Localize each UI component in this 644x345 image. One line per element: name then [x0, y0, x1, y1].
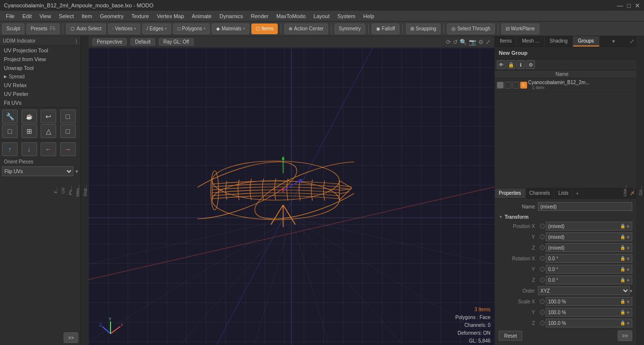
side-tab-2[interactable]: Mes... — [74, 183, 81, 199]
menu-item-help[interactable]: Help — [359, 12, 378, 20]
tool-icon-4[interactable]: □ — [60, 110, 76, 123]
tab-properties[interactable]: Properties — [495, 188, 526, 198]
edges-button[interactable]: / Edges ▾ — [142, 23, 171, 34]
rotation-x-field[interactable]: 0.0 ° 🔒 ◆ — [546, 254, 632, 263]
scale-y-radio[interactable] — [540, 310, 545, 315]
tool-icon-8[interactable]: □ — [60, 124, 76, 138]
anim-rot-z[interactable]: ◆ — [626, 277, 630, 282]
expand-left-icon[interactable]: ⟩ — [75, 38, 77, 44]
tool-icon-5[interactable]: □ — [2, 124, 18, 138]
new-group-btn[interactable]: New Group — [499, 50, 528, 56]
snapping-button[interactable]: ⊞ Snapping — [406, 23, 441, 34]
rotation-z-field[interactable]: 0.0 ° 🔒 ◆ — [546, 276, 632, 284]
position-x-radio[interactable] — [540, 224, 545, 229]
items-button[interactable]: ⬡ Items — [251, 23, 278, 34]
tab-groups[interactable]: Groups — [573, 36, 600, 46]
right-side-tab-2[interactable]: A... — [629, 184, 636, 197]
default-button[interactable]: Default — [131, 38, 155, 46]
add-tab-btn[interactable]: + — [573, 188, 581, 198]
side-tab-4[interactable]: UV — [60, 185, 67, 196]
minimize-icon[interactable]: — — [617, 2, 623, 9]
lock-rot-y[interactable]: 🔒 — [620, 267, 625, 272]
menu-item-geometry[interactable]: Geometry — [96, 12, 127, 20]
tab-shading[interactable]: Shading — [545, 36, 573, 46]
position-z-radio[interactable] — [540, 245, 545, 250]
materials-button[interactable]: ◆ Materials ▾ — [212, 23, 249, 34]
scale-y-field[interactable]: 100.0 % 🔒 ◆ — [546, 308, 632, 317]
scale-x-field[interactable]: 100.0 % 🔒 ◆ — [546, 297, 632, 306]
lock-scale-z[interactable]: 🔒 — [620, 321, 625, 325]
anim-scale-z[interactable]: ◆ — [626, 321, 630, 325]
expand-viewport-icon[interactable]: ⤢ — [486, 39, 490, 46]
action-center-button[interactable]: ⊕ Action Center — [284, 23, 328, 34]
menu-item-animate[interactable]: Animate — [188, 12, 215, 20]
rotation-y-field[interactable]: 0.0 ° 🔒 ◆ — [546, 265, 632, 274]
maximize-icon[interactable]: □ — [627, 2, 631, 9]
gear-icon-btn[interactable]: ⚙ — [526, 60, 535, 69]
anim-icon-z[interactable]: ◆ — [626, 245, 630, 250]
zoom-icon[interactable]: 🔍 — [460, 39, 467, 46]
arrow-up-btn[interactable]: ↑ — [2, 142, 18, 156]
workplane-button[interactable]: ⊟ WorkPlane — [501, 23, 539, 34]
scale-z-radio[interactable] — [540, 321, 545, 325]
falloff-button[interactable]: ◉ Falloff — [372, 23, 400, 34]
rotation-z-radio[interactable] — [540, 277, 545, 282]
arrow-right-btn[interactable]: → — [60, 142, 76, 156]
eye-icon-btn[interactable]: 👁 — [497, 60, 506, 69]
anim-rot-y[interactable]: ◆ — [626, 267, 630, 272]
reset-button[interactable]: Reset — [499, 331, 522, 341]
tool-icon-3[interactable]: ↩ — [41, 110, 56, 123]
anim-icon[interactable]: ◆ — [626, 224, 630, 229]
unwrap-tool[interactable]: Unwrap Tool — [0, 64, 80, 72]
menu-item-item[interactable]: Item — [78, 12, 96, 20]
lock-small-icon-z[interactable]: 🔒 — [620, 245, 625, 250]
menu-item-render[interactable]: Render — [247, 12, 272, 20]
menu-item-select[interactable]: Select — [55, 12, 78, 20]
info-icon-btn[interactable]: ℹ — [516, 60, 525, 69]
position-z-field[interactable]: (mixed) 🔒 ◆ — [546, 243, 632, 252]
symmetry-button[interactable]: Symmetry — [334, 23, 365, 34]
ray-gl-button[interactable]: Ray GL: Off — [159, 38, 194, 46]
anim-rot-x[interactable]: ◆ — [626, 256, 630, 261]
side-tab-1[interactable]: Dup... — [82, 183, 89, 198]
position-y-field[interactable]: (mixed) 🔒 ◆ — [546, 232, 632, 241]
tab-items[interactable]: Items — [495, 36, 517, 46]
perspective-button[interactable]: Perspective — [92, 38, 127, 46]
auto-select-button[interactable]: ⬡ Auto Select — [66, 23, 106, 34]
menu-item-file[interactable]: File — [2, 12, 19, 20]
menu-item-view[interactable]: View — [36, 12, 55, 20]
lock-scale-x[interactable]: 🔒 — [620, 299, 625, 304]
position-y-radio[interactable] — [540, 234, 545, 239]
uv-peeler[interactable]: UV Peeler — [0, 90, 80, 98]
flip-uvs-select[interactable]: Flip UVs — [2, 166, 73, 176]
fit-uvs[interactable]: Fit UVs — [0, 98, 80, 107]
polygons-button[interactable]: □ Polygons ▾ — [173, 23, 210, 34]
tab-channels[interactable]: Channels — [526, 188, 555, 198]
menu-item-vertex map[interactable]: Vertex Map — [153, 12, 188, 20]
order-select[interactable]: XYZ — [538, 286, 630, 295]
scale-z-field[interactable]: 100.0 % 🔒 ◆ — [546, 319, 632, 327]
expand-right-icon[interactable]: ⤢ — [630, 38, 634, 45]
anim-scale-y[interactable]: ◆ — [626, 310, 630, 315]
uv-relax[interactable]: UV Relax — [0, 81, 80, 90]
right-side-tab-3[interactable]: Use... — [622, 182, 628, 200]
props-expand-btn[interactable]: >> — [618, 330, 632, 341]
menu-item-dynamics[interactable]: Dynamics — [216, 12, 247, 20]
presets-button[interactable]: Presets F6 — [26, 23, 60, 34]
rotation-y-radio[interactable] — [540, 267, 545, 272]
titlebar-controls[interactable]: — □ ✕ — [617, 2, 640, 9]
tab-mesh[interactable]: Mesh ... — [517, 36, 545, 46]
menu-item-system[interactable]: System — [333, 12, 359, 20]
camera-icon[interactable]: 📷 — [469, 39, 476, 46]
anim-scale-x[interactable]: ◆ — [626, 299, 630, 304]
tool-icon-6[interactable]: ⊞ — [22, 124, 37, 138]
vertices-button[interactable]: · Vertices ▾ — [108, 23, 140, 34]
rotate-view-icon[interactable]: ⟳ — [446, 39, 451, 46]
menu-item-layout[interactable]: Layout — [310, 12, 333, 20]
anim-icon-y[interactable]: ◆ — [626, 234, 630, 239]
right-side-tab-1[interactable]: Go... — [637, 183, 644, 199]
group-item[interactable]: C Cyanocobalamin_B12_2m... 1 Item — [495, 78, 636, 92]
lock-icon-btn[interactable]: 🔒 — [507, 60, 515, 69]
menu-item-maxtomodo[interactable]: MaxToModo — [272, 12, 310, 20]
select-through-button[interactable]: ◎ Select Through — [447, 23, 495, 34]
